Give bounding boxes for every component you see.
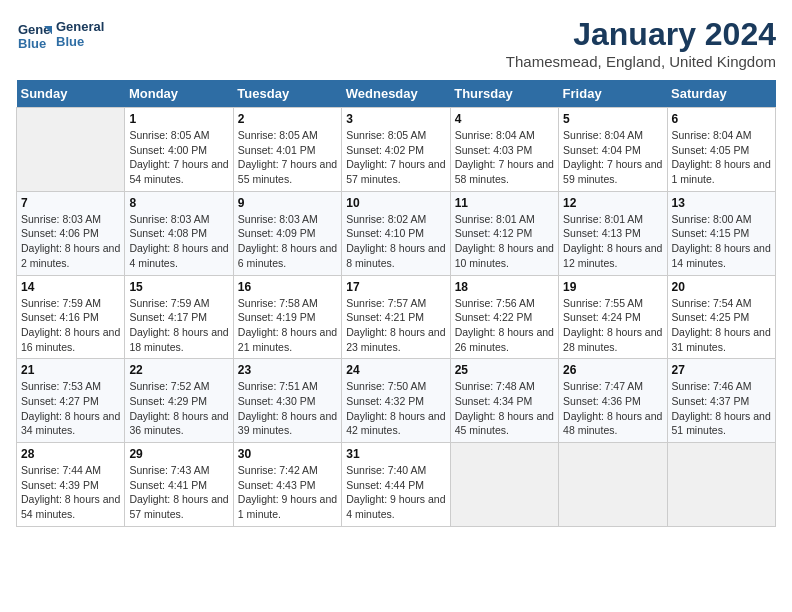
day-number: 29 (129, 447, 228, 461)
calendar-cell: 6Sunrise: 8:04 AMSunset: 4:05 PMDaylight… (667, 108, 775, 192)
logo-text-line1: General (56, 19, 104, 34)
calendar-table: SundayMondayTuesdayWednesdayThursdayFrid… (16, 80, 776, 527)
calendar-cell: 15Sunrise: 7:59 AMSunset: 4:17 PMDayligh… (125, 275, 233, 359)
day-info: Sunrise: 7:42 AMSunset: 4:43 PMDaylight:… (238, 463, 337, 522)
logo-text-line2: Blue (56, 34, 104, 49)
calendar-week-3: 14Sunrise: 7:59 AMSunset: 4:16 PMDayligh… (17, 275, 776, 359)
day-number: 3 (346, 112, 445, 126)
day-number: 13 (672, 196, 771, 210)
day-info: Sunrise: 8:03 AMSunset: 4:06 PMDaylight:… (21, 212, 120, 271)
day-number: 9 (238, 196, 337, 210)
calendar-cell: 18Sunrise: 7:56 AMSunset: 4:22 PMDayligh… (450, 275, 558, 359)
header-friday: Friday (559, 80, 667, 108)
day-info: Sunrise: 8:01 AMSunset: 4:13 PMDaylight:… (563, 212, 662, 271)
day-number: 11 (455, 196, 554, 210)
calendar-cell: 14Sunrise: 7:59 AMSunset: 4:16 PMDayligh… (17, 275, 125, 359)
calendar-cell: 13Sunrise: 8:00 AMSunset: 4:15 PMDayligh… (667, 191, 775, 275)
day-number: 14 (21, 280, 120, 294)
day-number: 18 (455, 280, 554, 294)
day-number: 27 (672, 363, 771, 377)
calendar-cell (559, 443, 667, 527)
calendar-cell: 7Sunrise: 8:03 AMSunset: 4:06 PMDaylight… (17, 191, 125, 275)
day-info: Sunrise: 8:03 AMSunset: 4:08 PMDaylight:… (129, 212, 228, 271)
header-wednesday: Wednesday (342, 80, 450, 108)
day-info: Sunrise: 8:05 AMSunset: 4:00 PMDaylight:… (129, 128, 228, 187)
day-info: Sunrise: 7:52 AMSunset: 4:29 PMDaylight:… (129, 379, 228, 438)
calendar-week-4: 21Sunrise: 7:53 AMSunset: 4:27 PMDayligh… (17, 359, 776, 443)
calendar-week-5: 28Sunrise: 7:44 AMSunset: 4:39 PMDayligh… (17, 443, 776, 527)
day-number: 20 (672, 280, 771, 294)
day-number: 7 (21, 196, 120, 210)
day-info: Sunrise: 8:05 AMSunset: 4:01 PMDaylight:… (238, 128, 337, 187)
day-number: 30 (238, 447, 337, 461)
day-info: Sunrise: 7:56 AMSunset: 4:22 PMDaylight:… (455, 296, 554, 355)
day-info: Sunrise: 7:58 AMSunset: 4:19 PMDaylight:… (238, 296, 337, 355)
day-number: 25 (455, 363, 554, 377)
calendar-cell: 9Sunrise: 8:03 AMSunset: 4:09 PMDaylight… (233, 191, 341, 275)
day-info: Sunrise: 8:02 AMSunset: 4:10 PMDaylight:… (346, 212, 445, 271)
calendar-cell: 16Sunrise: 7:58 AMSunset: 4:19 PMDayligh… (233, 275, 341, 359)
day-number: 23 (238, 363, 337, 377)
day-info: Sunrise: 7:59 AMSunset: 4:16 PMDaylight:… (21, 296, 120, 355)
calendar-cell: 27Sunrise: 7:46 AMSunset: 4:37 PMDayligh… (667, 359, 775, 443)
header-tuesday: Tuesday (233, 80, 341, 108)
calendar-cell: 8Sunrise: 8:03 AMSunset: 4:08 PMDaylight… (125, 191, 233, 275)
calendar-cell: 3Sunrise: 8:05 AMSunset: 4:02 PMDaylight… (342, 108, 450, 192)
day-number: 16 (238, 280, 337, 294)
header-thursday: Thursday (450, 80, 558, 108)
calendar-cell: 19Sunrise: 7:55 AMSunset: 4:24 PMDayligh… (559, 275, 667, 359)
day-number: 5 (563, 112, 662, 126)
day-info: Sunrise: 8:03 AMSunset: 4:09 PMDaylight:… (238, 212, 337, 271)
header-sunday: Sunday (17, 80, 125, 108)
calendar-cell (667, 443, 775, 527)
calendar-cell: 4Sunrise: 8:04 AMSunset: 4:03 PMDaylight… (450, 108, 558, 192)
day-number: 8 (129, 196, 228, 210)
calendar-cell: 5Sunrise: 8:04 AMSunset: 4:04 PMDaylight… (559, 108, 667, 192)
day-number: 21 (21, 363, 120, 377)
header-saturday: Saturday (667, 80, 775, 108)
calendar-cell: 12Sunrise: 8:01 AMSunset: 4:13 PMDayligh… (559, 191, 667, 275)
calendar-cell: 25Sunrise: 7:48 AMSunset: 4:34 PMDayligh… (450, 359, 558, 443)
day-number: 2 (238, 112, 337, 126)
day-number: 6 (672, 112, 771, 126)
location-subtitle: Thamesmead, England, United Kingdom (506, 53, 776, 70)
svg-text:General: General (18, 22, 52, 37)
calendar-cell: 29Sunrise: 7:43 AMSunset: 4:41 PMDayligh… (125, 443, 233, 527)
calendar-cell: 1Sunrise: 8:05 AMSunset: 4:00 PMDaylight… (125, 108, 233, 192)
day-info: Sunrise: 7:48 AMSunset: 4:34 PMDaylight:… (455, 379, 554, 438)
day-info: Sunrise: 7:55 AMSunset: 4:24 PMDaylight:… (563, 296, 662, 355)
day-number: 12 (563, 196, 662, 210)
calendar-cell: 10Sunrise: 8:02 AMSunset: 4:10 PMDayligh… (342, 191, 450, 275)
day-info: Sunrise: 7:43 AMSunset: 4:41 PMDaylight:… (129, 463, 228, 522)
day-number: 19 (563, 280, 662, 294)
day-info: Sunrise: 7:53 AMSunset: 4:27 PMDaylight:… (21, 379, 120, 438)
page-header: General Blue General Blue January 2024 T… (16, 16, 776, 70)
calendar-cell: 26Sunrise: 7:47 AMSunset: 4:36 PMDayligh… (559, 359, 667, 443)
calendar-cell: 28Sunrise: 7:44 AMSunset: 4:39 PMDayligh… (17, 443, 125, 527)
calendar-cell: 30Sunrise: 7:42 AMSunset: 4:43 PMDayligh… (233, 443, 341, 527)
calendar-cell (17, 108, 125, 192)
day-info: Sunrise: 8:04 AMSunset: 4:03 PMDaylight:… (455, 128, 554, 187)
day-info: Sunrise: 7:50 AMSunset: 4:32 PMDaylight:… (346, 379, 445, 438)
day-info: Sunrise: 7:57 AMSunset: 4:21 PMDaylight:… (346, 296, 445, 355)
calendar-cell: 11Sunrise: 8:01 AMSunset: 4:12 PMDayligh… (450, 191, 558, 275)
day-number: 26 (563, 363, 662, 377)
calendar-cell: 24Sunrise: 7:50 AMSunset: 4:32 PMDayligh… (342, 359, 450, 443)
calendar-cell (450, 443, 558, 527)
logo-icon: General Blue (16, 16, 52, 52)
day-number: 31 (346, 447, 445, 461)
day-number: 24 (346, 363, 445, 377)
header-monday: Monday (125, 80, 233, 108)
day-info: Sunrise: 7:46 AMSunset: 4:37 PMDaylight:… (672, 379, 771, 438)
calendar-week-2: 7Sunrise: 8:03 AMSunset: 4:06 PMDaylight… (17, 191, 776, 275)
day-info: Sunrise: 7:44 AMSunset: 4:39 PMDaylight:… (21, 463, 120, 522)
day-info: Sunrise: 7:51 AMSunset: 4:30 PMDaylight:… (238, 379, 337, 438)
calendar-cell: 20Sunrise: 7:54 AMSunset: 4:25 PMDayligh… (667, 275, 775, 359)
calendar-cell: 17Sunrise: 7:57 AMSunset: 4:21 PMDayligh… (342, 275, 450, 359)
day-info: Sunrise: 8:00 AMSunset: 4:15 PMDaylight:… (672, 212, 771, 271)
month-year-title: January 2024 (506, 16, 776, 53)
calendar-cell: 31Sunrise: 7:40 AMSunset: 4:44 PMDayligh… (342, 443, 450, 527)
day-number: 22 (129, 363, 228, 377)
day-number: 28 (21, 447, 120, 461)
calendar-header-row: SundayMondayTuesdayWednesdayThursdayFrid… (17, 80, 776, 108)
